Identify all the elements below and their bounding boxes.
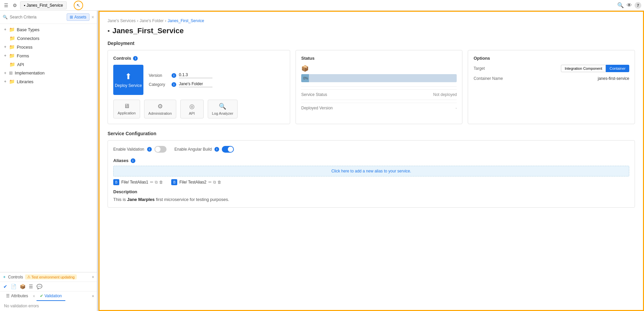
version-label: Version [149,73,169,78]
folder-icon: 📁 [9,53,15,58]
validation-icon: ✔ [40,294,43,298]
container-name-value: janes-first-service [598,76,629,81]
deployed-version-value: - [455,106,457,110]
document-icon[interactable]: 📄 [11,284,16,289]
application-button[interactable]: 🖥 Application [113,100,140,118]
version-info-icon[interactable]: i [172,73,176,78]
sidebar-item-implementation[interactable]: + ⊞ Implementation [0,69,97,77]
administration-button[interactable]: ⚙ Administration [144,100,176,118]
check-icon[interactable]: ✔ [3,284,7,289]
expand-icon: + [4,79,6,84]
status-bar: 0% [301,74,457,82]
search-icon[interactable]: 🔍 [617,2,624,8]
notification-badge[interactable]: 7 [635,2,641,9]
eye-icon[interactable]: 👁 [627,2,632,8]
active-tab[interactable]: ▪ Janes_First_Service [20,1,67,9]
enable-angular-toggle[interactable] [222,146,234,153]
tree-item-label: Implementation [15,70,45,75]
aliases-list: B File/ TestAlias1 ✏ ⧉ 🗑 B File/ TestAli… [113,179,629,185]
angular-info-icon[interactable]: i [214,147,219,152]
tab-attributes[interactable]: ☰ Attributes [3,292,31,301]
enable-validation-toggle[interactable] [154,146,167,153]
hamburger-icon[interactable]: ☰ [3,2,9,9]
sidebar-item-process[interactable]: + 📁 Process [0,43,97,51]
close-icon[interactable]: × [91,14,94,20]
aliases-header: Aliases i [113,158,629,163]
breadcrumb-part-2[interactable]: Jane's Folder [140,18,164,23]
validation-info-icon[interactable]: i [147,147,152,152]
controls-info-icon[interactable]: i [133,56,138,61]
alias-copy-icon-2[interactable]: ⧉ [213,180,216,185]
controls-title-text: Controls [113,56,131,61]
search-input[interactable] [10,15,65,19]
integration-component-button[interactable]: Integration Component [561,65,606,72]
sidebar-item-libraries[interactable]: + 📁 Libraries [0,77,97,86]
deploy-service-button[interactable]: ⬆ Deploy Service [113,65,143,95]
container-name-row: Container Name janes-first-service [473,76,629,81]
alias-actions-1: ✏ ⧉ 🗑 [150,180,163,185]
alias-edit-icon-2[interactable]: ✏ [208,180,212,185]
folder-icon: 📁 [9,62,15,67]
chat-icon[interactable]: 💬 [37,284,42,289]
category-value: Jane's Folder [179,82,212,87]
status-icon: 📦 [301,65,309,72]
sub-actions: 🖥 Application ⚙ Administration ◎ API 🔍 L… [113,100,284,118]
alias-edit-icon-1[interactable]: ✏ [150,180,153,185]
cards-row: Controls i ⬆ Deploy Service Version i 0.… [108,50,635,124]
sidebar-item-api[interactable]: 📁 API [0,60,97,69]
tab-validation[interactable]: ✔ Validation [37,292,65,301]
alias-delete-icon-1[interactable]: 🗑 [159,180,163,185]
category-info-icon[interactable]: i [172,82,176,87]
log-label: Log Analyzer [212,111,234,115]
main-layout: 🔍 ⊞ Assets × + 📁 Base Types 📁 Connectors… [0,11,644,311]
options-card: Options Target Integration Component Con… [468,50,635,124]
sidebar-bottom-panel: ✦ Controls ⚠ Test environment updating ×… [0,272,97,311]
alias-label-2: File/ TestAlias2 [179,180,206,185]
service-status-value: Not deployed [433,92,457,97]
enable-angular-label: Enable Angular Build [175,147,212,152]
validation-close-icon[interactable]: × [92,294,94,299]
breadcrumb-part-1[interactable]: Jane's Services [108,18,136,23]
page-title: Janes_First_Service [112,27,184,35]
warning-icon: ⚠ [27,275,30,279]
status-card-title: Status [301,56,457,61]
api-button[interactable]: ◎ API [180,100,204,118]
options-title-text: Options [473,56,490,61]
alias-item-2: B File/ TestAlias2 ✏ ⧉ 🗑 [171,179,221,185]
breadcrumb: Jane's Services › Jane's Folder › Janes_… [108,18,635,23]
attributes-icon: ☰ [6,294,10,298]
sidebar-item-connectors[interactable]: 📁 Connectors [0,34,97,43]
tree-item-label: Forms [17,53,29,58]
container-button[interactable]: Container [606,65,629,72]
breadcrumb-sep-2: › [165,18,166,23]
enable-validation-item: Enable Validation i [113,146,167,153]
enable-angular-item: Enable Angular Build i [175,146,234,153]
log-analyzer-button[interactable]: 🔍 Log Analyzer [208,100,238,118]
sidebar-item-base-types[interactable]: + 📁 Base Types [0,25,97,34]
description-bold-name: Jane Marples [127,197,154,202]
breadcrumb-sep-1: › [137,18,138,23]
alias-icon-1: B [113,179,119,185]
alias-actions-2: ✏ ⧉ 🗑 [208,180,221,185]
top-bar: ☰ ⚙ ▪ Janes_First_Service ↖ 🔍 👁 7 [0,0,644,11]
aliases-info-icon[interactable]: i [131,158,135,163]
sidebar-item-forms[interactable]: + 📁 Forms [0,51,97,60]
expand-icon: + [4,27,6,32]
api-icon: ◎ [189,103,195,110]
deploy-fields: Version i 0.1.3 Category i Jane's Folder [149,72,212,87]
package-icon[interactable]: 📦 [20,284,25,289]
list-icon[interactable]: ☰ [29,284,33,289]
target-label: Target [473,66,507,71]
status-divider [301,86,457,87]
alias-copy-icon-1[interactable]: ⧉ [155,180,158,185]
expand-icon: + [4,71,6,75]
add-alias-button[interactable]: Click here to add a new alias to your se… [113,166,629,176]
alias-delete-icon-2[interactable]: 🗑 [217,180,221,185]
application-label: Application [118,111,136,115]
tree-item-label: Libraries [17,79,34,84]
controls-close-icon[interactable]: × [92,275,94,279]
assets-button[interactable]: ⊞ Assets [67,13,89,21]
folder-icon: 📁 [9,36,15,41]
version-field-row: Version i 0.1.3 [149,72,212,78]
settings-icon[interactable]: ⚙ [11,2,18,9]
